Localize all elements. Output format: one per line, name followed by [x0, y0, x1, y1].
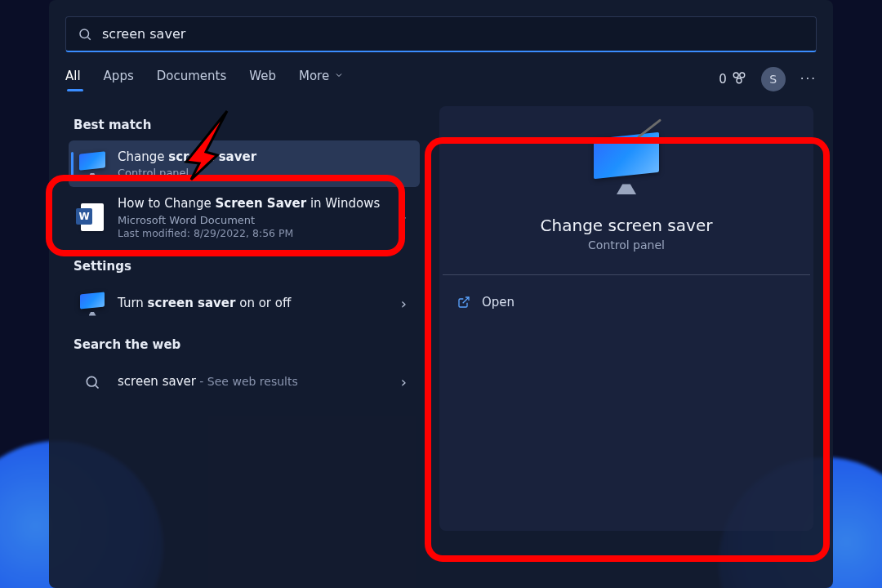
- search-icon: [78, 27, 92, 42]
- search-input[interactable]: [102, 26, 804, 42]
- svg-line-7: [463, 297, 469, 303]
- svg-point-0: [80, 29, 89, 38]
- result-title: Change screen saver: [118, 149, 410, 165]
- result-subtitle: Microsoft Word Document: [118, 214, 386, 226]
- tab-all[interactable]: All: [65, 69, 81, 90]
- detail-title: Change screen saver: [541, 216, 713, 235]
- result-subtitle: Control panel: [118, 167, 410, 179]
- word-doc-icon: [78, 203, 106, 231]
- result-turn-screen-saver[interactable]: Turn screen saver on or off ›: [69, 282, 420, 326]
- results-column: Best match Change screen saver Control p…: [69, 106, 420, 572]
- more-options-button[interactable]: ···: [800, 72, 817, 87]
- search-bar[interactable]: [65, 16, 817, 52]
- result-web-search[interactable]: screen saver - See web results ›: [69, 360, 420, 404]
- svg-point-5: [87, 376, 96, 386]
- tab-more-label: More: [299, 69, 329, 83]
- tab-apps[interactable]: Apps: [104, 69, 134, 90]
- open-external-icon: [457, 296, 470, 309]
- user-avatar[interactable]: S: [761, 67, 786, 91]
- rewards-points[interactable]: 0: [719, 70, 746, 88]
- result-title: screen saver - See web results: [118, 373, 386, 390]
- section-best-match: Best match: [74, 118, 420, 132]
- result-word-document[interactable]: How to Change Screen Saver in Windows Mi…: [69, 187, 420, 247]
- tab-documents[interactable]: Documents: [157, 69, 227, 90]
- svg-line-1: [87, 37, 90, 39]
- chevron-right-icon: ›: [398, 208, 410, 225]
- filter-tabs-row: All Apps Documents Web More 0 S ···: [49, 62, 833, 103]
- monitor-icon: [78, 290, 106, 318]
- svg-point-3: [739, 73, 744, 78]
- result-change-screen-saver[interactable]: Change screen saver Control panel: [69, 140, 420, 187]
- chevron-right-icon: ›: [398, 295, 410, 312]
- rewards-icon: [732, 70, 746, 88]
- monitor-icon: [78, 150, 106, 178]
- search-content: Best match Change screen saver Control p…: [49, 103, 833, 588]
- open-label: Open: [482, 295, 514, 310]
- section-search-web: Search the web: [74, 337, 420, 352]
- svg-point-2: [733, 73, 738, 78]
- svg-point-4: [737, 78, 742, 83]
- tab-more[interactable]: More: [299, 69, 344, 90]
- search-bar-container: [49, 0, 833, 62]
- result-modified: Last modified: 8/29/2022, 8:56 PM: [118, 227, 386, 239]
- chevron-right-icon: ›: [398, 373, 410, 390]
- monitor-icon-large: [594, 136, 659, 201]
- chevron-down-icon: [334, 69, 344, 83]
- tab-web[interactable]: Web: [249, 69, 276, 90]
- svg-line-6: [96, 385, 99, 388]
- detail-pane: Change screen saver Control panel Open: [439, 106, 813, 531]
- start-search-panel: All Apps Documents Web More 0 S ···: [49, 0, 833, 588]
- detail-column: Change screen saver Control panel Open: [439, 106, 813, 572]
- search-icon: [78, 368, 106, 396]
- open-action[interactable]: Open: [439, 285, 813, 319]
- result-title: How to Change Screen Saver in Windows: [118, 195, 386, 212]
- detail-subtitle: Control panel: [588, 238, 665, 252]
- result-title: Turn screen saver on or off: [118, 295, 386, 311]
- avatar-letter: S: [769, 73, 777, 86]
- rewards-count: 0: [719, 72, 727, 87]
- section-settings: Settings: [74, 259, 420, 274]
